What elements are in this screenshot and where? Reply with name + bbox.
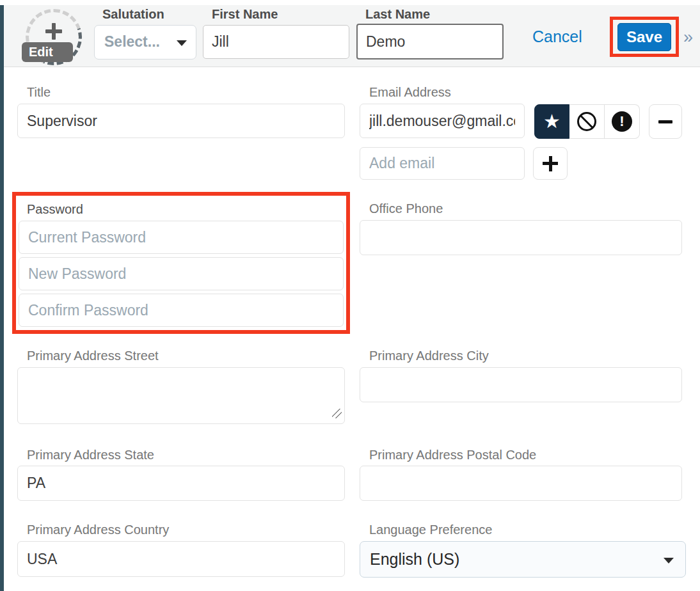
add-email-input[interactable] <box>360 147 525 180</box>
email-address-input[interactable] <box>360 104 525 138</box>
email-opt-out-button[interactable]: ! <box>605 104 640 139</box>
add-photo-plus-icon <box>45 23 62 40</box>
salutation-select[interactable]: Select... <box>94 25 196 59</box>
salutation-selected-value: Select... <box>104 33 160 51</box>
language-selected-value: English (US) <box>370 550 459 569</box>
avatar-edit-badge[interactable]: Edit <box>22 42 73 62</box>
cancel-button[interactable]: Cancel <box>532 28 582 46</box>
email-flag-button-group: ★ ! <box>534 104 640 139</box>
confirm-password-input[interactable] <box>19 294 344 327</box>
email-invalid-button[interactable] <box>569 104 605 139</box>
first-name-input[interactable] <box>203 25 349 59</box>
salutation-label: Salutation <box>102 7 164 22</box>
first-name-label: First Name <box>212 7 278 22</box>
language-preference-label: Language Preference <box>369 523 492 537</box>
password-label: Password <box>27 202 83 217</box>
title-label: Title <box>27 85 51 100</box>
plus-icon <box>543 156 558 171</box>
star-icon: ★ <box>543 112 561 131</box>
address-street-label: Primary Address Street <box>27 349 159 363</box>
current-password-input[interactable] <box>19 221 344 254</box>
new-password-input[interactable] <box>19 257 344 290</box>
address-postal-input[interactable] <box>360 466 682 501</box>
save-button[interactable]: Save <box>617 23 671 51</box>
title-input[interactable] <box>17 104 345 138</box>
language-preference-select[interactable]: English (US) <box>360 541 686 578</box>
address-street-textarea[interactable] <box>17 367 345 424</box>
user-profile-edit-page: Edit Salutation Select... First Name Las… <box>0 0 700 591</box>
last-name-input[interactable] <box>356 24 504 59</box>
email-address-label: Email Address <box>369 85 451 100</box>
caret-down-icon <box>664 558 674 563</box>
address-state-label: Primary Address State <box>27 448 154 462</box>
ban-icon <box>577 112 596 131</box>
office-phone-input[interactable] <box>360 220 682 255</box>
primary-email-star-button[interactable]: ★ <box>534 104 569 139</box>
minus-icon <box>658 120 672 123</box>
caret-down-icon <box>177 40 187 46</box>
left-edge-strip <box>0 5 4 591</box>
address-country-label: Primary Address Country <box>27 523 169 537</box>
address-city-input[interactable] <box>360 367 682 402</box>
last-name-label: Last Name <box>365 7 430 22</box>
address-country-input[interactable] <box>17 541 345 577</box>
chevron-double-right-icon[interactable]: » <box>683 28 693 47</box>
add-email-button[interactable] <box>533 147 568 180</box>
exclamation-circle-icon: ! <box>612 111 632 132</box>
address-city-label: Primary Address City <box>369 349 489 363</box>
address-postal-label: Primary Address Postal Code <box>369 448 536 462</box>
office-phone-label: Office Phone <box>369 201 443 216</box>
address-state-input[interactable] <box>17 466 345 501</box>
remove-email-button[interactable] <box>649 104 682 139</box>
